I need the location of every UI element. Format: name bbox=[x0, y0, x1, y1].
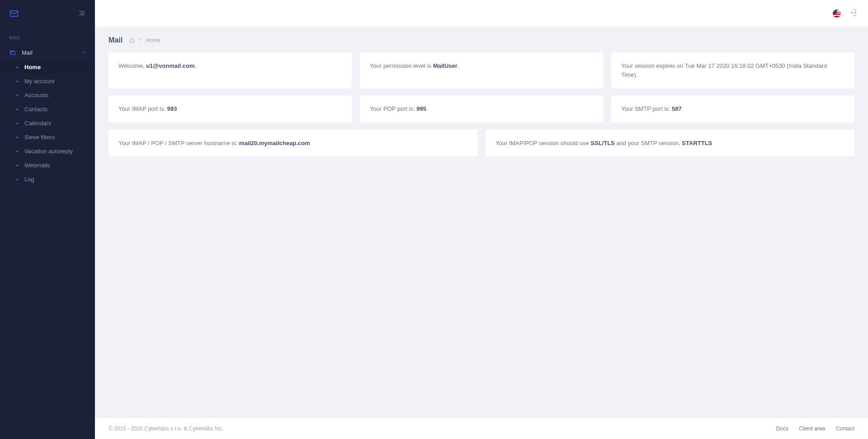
sidebar-item-contacts[interactable]: Contacts bbox=[0, 102, 95, 116]
perm-pre: Your permission level is bbox=[370, 62, 433, 69]
sec-mid: and your SMTP session, bbox=[615, 140, 682, 146]
card-security: Your IMAP/POP session should use SSL/TLS… bbox=[486, 130, 854, 157]
sidebar-item-accounts[interactable]: Accounts bbox=[0, 88, 95, 102]
sidebar-item-label: Calendars bbox=[24, 120, 51, 127]
topbar bbox=[95, 0, 868, 27]
bullet-icon bbox=[16, 66, 18, 68]
footer-link-docs[interactable]: Docs bbox=[776, 425, 788, 432]
footer: © 2015 - 2020 Cyberlabs s.r.o. & Cyberla… bbox=[95, 417, 868, 439]
session-text: Your session expires on Tue Mar 17 2020 … bbox=[621, 62, 827, 78]
pop-pre: Your POP port is: bbox=[370, 105, 416, 112]
sidebar-nav: Mail bbox=[0, 45, 95, 60]
smtp-port: 587 bbox=[672, 105, 682, 112]
smtp-pre: Your SMTP port is: bbox=[621, 105, 672, 112]
sidebar-item-label: Vacation autoreply bbox=[24, 148, 73, 155]
sidebar-subnav: HomeMy accountAccountsContactsCalendarsS… bbox=[0, 60, 95, 186]
sidebar-nav-mail-label: Mail bbox=[22, 49, 81, 56]
bullet-icon bbox=[16, 80, 18, 82]
sidebar-item-label: Sieve filters bbox=[24, 134, 55, 141]
imap-pre: Your IMAP port is: bbox=[118, 105, 167, 112]
card-permission: Your permission level is MailUser. bbox=[360, 52, 603, 88]
language-flag-icon[interactable] bbox=[833, 9, 841, 18]
sidebar-item-home[interactable]: Home bbox=[0, 60, 95, 74]
svg-rect-5 bbox=[11, 52, 15, 55]
logout-icon[interactable] bbox=[850, 9, 858, 18]
mail-stack-icon bbox=[9, 49, 16, 56]
bullet-icon bbox=[16, 94, 18, 96]
card-welcome: Welcome, u1@vonmail.com. bbox=[108, 52, 352, 88]
sidebar-item-label: Log bbox=[24, 176, 34, 183]
sidebar-item-sieve-filters[interactable]: Sieve filters bbox=[0, 130, 95, 144]
home-icon[interactable] bbox=[129, 38, 135, 43]
bullet-icon bbox=[16, 165, 18, 166]
sidebar-item-calendars[interactable]: Calendars bbox=[0, 116, 95, 130]
card-session: Your session expires on Tue Mar 17 2020 … bbox=[611, 52, 854, 88]
footer-links: Docs Client area Contact bbox=[767, 425, 854, 432]
breadcrumb-current: Home bbox=[146, 37, 160, 43]
sidebar-item-label: Webmails bbox=[24, 162, 50, 169]
hostname: mail20.mymailcheap.com bbox=[239, 140, 310, 146]
card-hostname: Your IMAP / POP / SMTP server hostname i… bbox=[108, 130, 477, 157]
sidebar-item-label: Home bbox=[24, 64, 41, 71]
sidebar-item-log[interactable]: Log bbox=[0, 172, 95, 186]
sidebar-section-label: MAIL bbox=[0, 27, 95, 45]
sec-pre: Your IMAP/POP session should use bbox=[495, 140, 590, 146]
bullet-icon bbox=[16, 151, 18, 152]
imap-port: 993 bbox=[167, 105, 177, 112]
chevron-down-icon bbox=[81, 49, 86, 56]
bullet-icon bbox=[16, 137, 18, 138]
card-pop-port: Your POP port is: 995 bbox=[360, 95, 603, 123]
page-title: Mail bbox=[108, 36, 123, 44]
menu-toggle-icon[interactable] bbox=[78, 9, 86, 19]
hostname-pre: Your IMAP / POP / SMTP server hostname i… bbox=[118, 140, 239, 146]
footer-copyright: © 2015 - 2020 Cyberlabs s.r.o. & Cyberla… bbox=[108, 425, 223, 432]
footer-link-client-area[interactable]: Client area bbox=[799, 425, 825, 432]
page-header: Mail • Home bbox=[95, 27, 868, 48]
welcome-pre: Welcome, bbox=[118, 62, 146, 69]
sidebar-item-my-account[interactable]: My account bbox=[0, 74, 95, 88]
sec-smtp: STARTTLS bbox=[682, 140, 712, 146]
sidebar-item-label: Contacts bbox=[24, 106, 47, 113]
sec-imap: SSL/TLS bbox=[590, 140, 614, 146]
card-smtp-port: Your SMTP port is: 587 bbox=[611, 95, 854, 123]
perm-post: . bbox=[458, 62, 459, 69]
sidebar-item-label: My account bbox=[24, 78, 54, 85]
card-imap-port: Your IMAP port is: 993 bbox=[108, 95, 352, 123]
sidebar: MAIL Mail HomeMy accountAccountsContacts… bbox=[0, 0, 95, 439]
bullet-icon bbox=[16, 123, 18, 124]
sidebar-nav-mail[interactable]: Mail bbox=[0, 45, 95, 60]
logo-mail-icon[interactable] bbox=[9, 9, 19, 19]
sidebar-item-webmails[interactable]: Webmails bbox=[0, 158, 95, 172]
bullet-icon bbox=[16, 179, 18, 180]
breadcrumb: • Home bbox=[129, 37, 160, 43]
footer-link-contact[interactable]: Contact bbox=[836, 425, 854, 432]
sidebar-item-vacation-autoreply[interactable]: Vacation autoreply bbox=[0, 144, 95, 158]
perm-level: MailUser bbox=[433, 62, 458, 69]
welcome-post: . bbox=[195, 62, 197, 69]
bullet-icon bbox=[16, 109, 18, 110]
content-area: Welcome, u1@vonmail.com. Your permission… bbox=[95, 48, 868, 417]
welcome-user: u1@vonmail.com bbox=[146, 62, 194, 69]
sidebar-header bbox=[0, 0, 95, 27]
sidebar-item-label: Accounts bbox=[24, 92, 48, 99]
breadcrumb-sep: • bbox=[139, 37, 141, 43]
pop-port: 995 bbox=[416, 105, 426, 112]
